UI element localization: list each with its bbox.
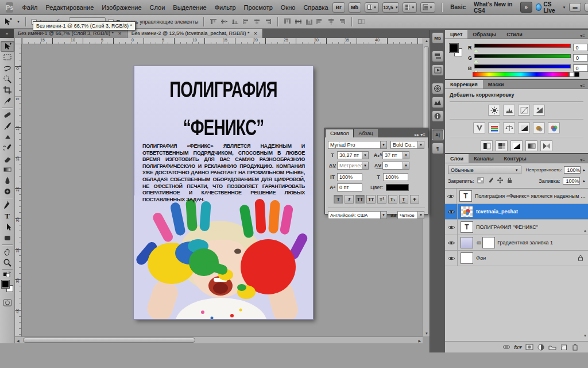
- font-family-select[interactable]: Myriad Pro: [328, 141, 381, 149]
- color-swatches[interactable]: [450, 44, 465, 59]
- tab-color[interactable]: Цвет: [445, 30, 467, 39]
- visibility-toggle[interactable]: [445, 235, 458, 251]
- horizontal-scale-field[interactable]: 100%: [383, 173, 408, 181]
- align-top-button[interactable]: [209, 18, 218, 25]
- align-center-button[interactable]: [253, 18, 261, 25]
- blue-value-field[interactable]: 0: [573, 64, 588, 72]
- black-swatch[interactable]: [574, 72, 579, 77]
- panel-menu-icon[interactable]: ▸▸ ▾≡: [415, 132, 428, 137]
- mini-bridge-icon[interactable]: Mb: [432, 32, 444, 44]
- subscript-button[interactable]: T₁: [388, 195, 397, 204]
- close-icon[interactable]: ✕: [117, 30, 123, 37]
- workspace-basic[interactable]: Basic: [448, 4, 468, 10]
- leading-field[interactable]: 37 пт: [382, 151, 403, 159]
- menu-view[interactable]: Просмотр: [240, 2, 277, 13]
- scrollbar-thumb[interactable]: [23, 338, 195, 343]
- layer-row-gradient-fill[interactable]: ꝏ Градиентная заливка 1: [445, 235, 588, 251]
- blend-mode-select[interactable]: Обычные▼: [448, 166, 521, 174]
- chevron-down-icon[interactable]: ▼: [418, 141, 424, 149]
- chevron-down-icon[interactable]: ▼: [362, 162, 369, 170]
- new-adjustment-layer-icon[interactable]: [536, 343, 546, 351]
- invert-icon[interactable]: [481, 140, 493, 151]
- menu-help[interactable]: Справка: [299, 2, 332, 13]
- faux-italic-button[interactable]: T: [345, 195, 354, 204]
- visibility-toggle[interactable]: [445, 251, 458, 266]
- lock-transparency-icon[interactable]: [477, 177, 484, 185]
- blur-tool[interactable]: [1, 175, 14, 186]
- tab-layers[interactable]: Слои: [445, 154, 469, 163]
- visibility-toggle[interactable]: [445, 204, 458, 220]
- move-tool[interactable]: [1, 41, 14, 52]
- clone-stamp-tool[interactable]: [1, 131, 14, 142]
- baseline-shift-field[interactable]: 0 пт: [337, 183, 362, 191]
- strikethrough-button[interactable]: T: [410, 195, 419, 204]
- chevron-down-icon[interactable]: ▼: [403, 151, 409, 159]
- close-icon[interactable]: ✕: [253, 30, 259, 37]
- color-spectrum-ramp[interactable]: [473, 72, 569, 77]
- quick-mask-button[interactable]: [1, 297, 14, 308]
- actions-icon[interactable]: [432, 64, 444, 76]
- healing-brush-tool[interactable]: [1, 109, 14, 120]
- histogram-icon[interactable]: [432, 97, 444, 108]
- tab-channels[interactable]: Каналы: [469, 154, 498, 163]
- paragraph-panel-icon[interactable]: ¶: [432, 143, 444, 154]
- threshold-icon[interactable]: [510, 140, 523, 151]
- tab-swatches[interactable]: Образцы: [467, 30, 501, 39]
- layer-style-icon[interactable]: fx▾: [513, 343, 523, 351]
- lock-position-icon[interactable]: [497, 177, 504, 185]
- small-caps-button[interactable]: Tт: [366, 195, 376, 204]
- zoom-tool[interactable]: [1, 257, 14, 268]
- curves-icon[interactable]: [518, 105, 530, 116]
- fill-field[interactable]: 100%: [563, 177, 580, 185]
- tab-overflow-button[interactable]: »: [0, 29, 14, 38]
- spinner-icon[interactable]: ▸: [583, 168, 585, 172]
- auto-align-layers-button[interactable]: [357, 18, 366, 25]
- scroll-up-icon[interactable]: ▲: [583, 229, 587, 232]
- history-brush-tool[interactable]: [1, 142, 14, 153]
- align-right-button[interactable]: [264, 18, 272, 25]
- align-left-button[interactable]: [242, 18, 250, 25]
- default-colors-icon[interactable]: [1, 271, 14, 278]
- brightness-contrast-icon[interactable]: [488, 105, 500, 116]
- vertical-scale-field[interactable]: 100%: [337, 173, 362, 181]
- info-icon[interactable]: [432, 110, 444, 122]
- chevron-down-icon[interactable]: ▼: [362, 151, 369, 159]
- layer-name[interactable]: ПОЛИГРАФИЯ "ФЕНИКС": [476, 224, 538, 230]
- panel-menu-icon[interactable]: ▾≡: [580, 33, 588, 39]
- spinner-icon[interactable]: ▸: [583, 179, 585, 183]
- channel-mixer-icon[interactable]: [548, 122, 560, 133]
- slider-marker[interactable]: [474, 49, 478, 52]
- menu-file[interactable]: Файл: [18, 2, 41, 13]
- visibility-toggle[interactable]: [445, 189, 457, 204]
- layer-name[interactable]: Градиентная заливка 1: [497, 240, 553, 246]
- menu-select[interactable]: Выделение: [169, 2, 210, 13]
- menu-edit[interactable]: Редактирование: [42, 2, 98, 13]
- black-white-icon[interactable]: [518, 122, 530, 133]
- distribute-top-button[interactable]: [283, 18, 292, 25]
- layer-name[interactable]: tcvetnaia_pechat: [476, 209, 518, 214]
- tab-masks[interactable]: Маски: [483, 80, 509, 89]
- levels-icon[interactable]: [503, 105, 515, 116]
- color-swatches[interactable]: [1, 280, 14, 294]
- layer-row-background[interactable]: Фон: [445, 251, 588, 266]
- red-slider[interactable]: [474, 43, 571, 52]
- layer-name[interactable]: Полиграфия «Феникс» является надежным и …: [475, 193, 588, 199]
- kerning-field[interactable]: Метричес...: [337, 162, 362, 170]
- dodge-tool[interactable]: [1, 186, 14, 197]
- navigator-icon[interactable]: [432, 83, 444, 94]
- distribute-center-button[interactable]: [327, 18, 335, 25]
- minimize-button[interactable]: ▬: [569, 3, 581, 12]
- layer-row-text-title[interactable]: T ПОЛИГРАФИЯ "ФЕНИКС": [445, 220, 588, 235]
- vibrance-icon[interactable]: [473, 122, 485, 133]
- hue-saturation-icon[interactable]: [488, 122, 500, 133]
- path-selection-tool[interactable]: [1, 221, 14, 232]
- pen-tool[interactable]: [1, 200, 14, 210]
- tab-paragraph[interactable]: Абзац: [354, 129, 377, 137]
- font-size-field[interactable]: 30,27 пт: [337, 151, 362, 159]
- menu-window[interactable]: Окно: [277, 2, 300, 13]
- foreground-color-swatch[interactable]: [2, 281, 9, 288]
- anti-alias-select[interactable]: Четкое: [397, 211, 418, 219]
- type-tool[interactable]: T: [1, 210, 14, 221]
- chevron-down-icon[interactable]: ▼: [403, 162, 409, 170]
- gradient-tool[interactable]: [1, 164, 14, 175]
